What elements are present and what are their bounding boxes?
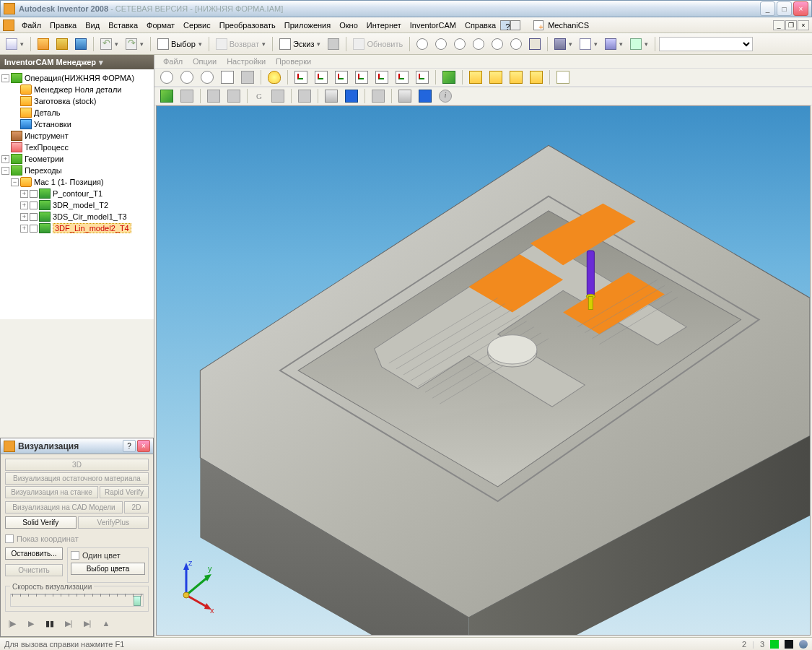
operation-tree[interactable]: −Операция(НИЖНЯЯ ФОРМА) Менеджер Ноля де… <box>0 69 154 319</box>
vt-zoomdyn[interactable] <box>198 69 217 85</box>
open-button[interactable] <box>35 36 52 52</box>
vt-s4[interactable] <box>527 69 546 85</box>
undo-button[interactable]: ▾ <box>97 36 121 52</box>
tree-t1[interactable]: P_contour_T1 <box>53 189 102 198</box>
vt-zoomwin[interactable] <box>157 69 176 85</box>
sketch-extra-button[interactable] <box>325 36 342 52</box>
checkbox[interactable] <box>30 190 38 198</box>
menu-view[interactable]: Вид <box>81 20 104 31</box>
menu-transform[interactable]: Преобразовать <box>215 20 280 31</box>
collapse-icon[interactable]: − <box>1 74 9 82</box>
vt-v5[interactable] <box>372 69 391 85</box>
slider-thumb[interactable] <box>134 596 141 606</box>
viz-onecolor-checkbox[interactable]: Один цвет <box>71 551 145 560</box>
vt-v3[interactable] <box>332 69 351 85</box>
vt2-info[interactable]: i <box>436 88 455 104</box>
select-button[interactable]: Выбор▾ <box>154 36 205 52</box>
viz-verifyplus-button[interactable]: VerifyPlus <box>78 516 149 529</box>
menu-apps[interactable]: Приложения <box>280 20 335 31</box>
vt-grid[interactable] <box>238 69 257 85</box>
tree-tool[interactable]: Инструмент <box>25 131 69 140</box>
viz-rapid-button[interactable]: Rapid Verify <box>100 486 149 498</box>
viz-clear-button[interactable]: Очистить <box>5 564 63 576</box>
menu-service[interactable]: Сервис <box>179 20 215 31</box>
vt-zoomall[interactable] <box>178 69 196 85</box>
expand-icon[interactable]: + <box>20 225 28 233</box>
vt2-g2[interactable] <box>204 88 223 104</box>
vt2-m1[interactable] <box>396 88 414 104</box>
mdi-minimize[interactable]: _ <box>773 20 785 30</box>
tree-t4-selected[interactable]: 3DF_Lin_model2_T4 <box>53 223 131 233</box>
viz-pickcolor-button[interactable]: Выбор цвета <box>71 563 145 575</box>
shade-button[interactable]: ▾ <box>551 36 575 52</box>
vt-s1[interactable] <box>466 69 485 85</box>
vt2-grn[interactable] <box>157 88 176 104</box>
vt2-g4[interactable] <box>269 88 287 104</box>
3d-viewport[interactable]: z y x <box>156 105 811 636</box>
tree-setups[interactable]: Установки <box>34 120 71 129</box>
refresh-button[interactable]: Обновить <box>350 36 406 52</box>
vt-bulb[interactable] <box>265 69 284 85</box>
vt2-g1[interactable] <box>178 88 196 104</box>
expand-icon[interactable]: + <box>20 190 28 198</box>
vt2-m2[interactable] <box>416 88 435 104</box>
style-combo[interactable] <box>659 37 753 51</box>
viz-2d-button[interactable]: 2D <box>124 501 149 514</box>
tree-process[interactable]: ТехПроцесс <box>25 143 69 152</box>
vt2-flask1[interactable] <box>322 88 341 104</box>
media-play[interactable]: ▶ <box>24 619 38 632</box>
zoom-dyn-button[interactable] <box>451 36 468 52</box>
grid-button[interactable]: ▾ <box>627 36 651 52</box>
mdi-restore[interactable]: ❐ <box>785 20 797 30</box>
menu-format[interactable]: Формат <box>142 20 179 31</box>
tree-geometries[interactable]: Геометрии <box>25 155 64 163</box>
plus-icon[interactable]: + <box>533 20 543 30</box>
media-end[interactable]: ▶| <box>80 619 95 632</box>
viz-speed-slider[interactable] <box>10 594 144 607</box>
viz-close-button[interactable]: × <box>137 440 150 452</box>
vt-iso[interactable] <box>440 69 458 85</box>
tree-mac[interactable]: Mac 1 (1- Позиция) <box>34 178 104 186</box>
menu-file[interactable]: Файл <box>17 20 45 31</box>
expand-icon[interactable]: + <box>20 213 28 221</box>
checkbox[interactable] <box>30 225 38 233</box>
status-globe-icon[interactable] <box>799 640 808 649</box>
lookat-button[interactable] <box>526 36 543 52</box>
menu-edit[interactable]: Правка <box>45 20 81 31</box>
viz-coord-checkbox[interactable]: Показ координат <box>5 534 149 543</box>
menu-internet[interactable]: Интернет <box>362 20 406 31</box>
return-button[interactable]: Возврат▾ <box>213 36 269 52</box>
sketch-button[interactable]: Эскиз▾ <box>276 36 323 52</box>
viz-3d-button[interactable]: 3D <box>5 459 149 471</box>
viz-cad-button[interactable]: Визуализация на CAD Модели <box>5 501 123 514</box>
wire-button[interactable]: ▾ <box>577 36 601 52</box>
tree-passes[interactable]: Переходы <box>25 166 62 175</box>
vt2-g5[interactable] <box>295 88 314 104</box>
vt-cursor[interactable] <box>218 69 237 85</box>
viz-help-button[interactable]: ? <box>123 440 136 452</box>
mdi-close[interactable]: × <box>798 20 809 30</box>
tree-t3[interactable]: 3DS_Cir_model1_T3 <box>53 212 127 221</box>
vt-v7[interactable] <box>413 69 432 85</box>
zoom-sel-button[interactable] <box>489 36 506 52</box>
viz-machine-button[interactable]: Визуализация на станке <box>5 486 98 498</box>
tree-part[interactable]: Деталь <box>34 108 60 117</box>
zoom-window-button[interactable] <box>432 36 450 52</box>
media-eject[interactable]: ▲ <box>99 619 113 632</box>
vt-v4[interactable] <box>352 69 371 85</box>
media-next[interactable]: ▶| <box>61 619 76 632</box>
new-button[interactable]: ▾ <box>3 36 27 52</box>
vt-s3[interactable] <box>507 69 525 85</box>
tree-stock[interactable]: Заготовка (stock) <box>34 97 97 105</box>
vt2-flask2[interactable] <box>342 88 361 104</box>
open2-button[interactable] <box>53 36 71 52</box>
viz-solid-button[interactable]: Solid Verify <box>5 516 77 529</box>
cam-manager-header[interactable]: InventorCAM Менеджер▾ <box>0 55 154 69</box>
menu-help[interactable]: Справка <box>460 20 500 31</box>
tree-t2[interactable]: 3DR_model_T2 <box>53 201 108 209</box>
redo-button[interactable]: ▾ <box>123 36 147 52</box>
vt2-g3[interactable] <box>224 88 243 104</box>
vp-checks[interactable]: Проверки <box>271 56 315 67</box>
zoom-all-button[interactable] <box>414 36 431 52</box>
pan-button[interactable] <box>470 36 487 52</box>
